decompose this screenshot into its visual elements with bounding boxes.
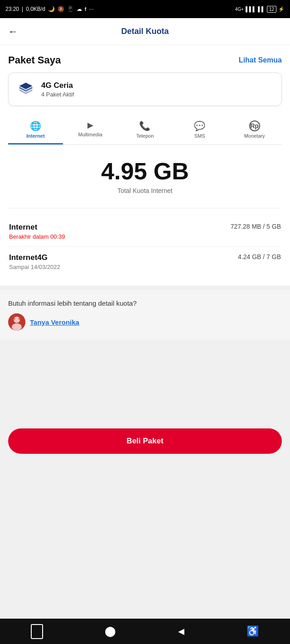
paket-saya-title: Paket Saya <box>8 54 61 66</box>
cloud-icon: ☁ <box>77 6 82 12</box>
internet-icon: 🌐 <box>30 120 41 131</box>
internet-item-2-left: Internet4G Sampai 14/03/2022 <box>9 253 60 270</box>
info-section: Butuh informasi lebih tentang detail kuo… <box>0 290 290 340</box>
paket-saya-header: Paket Saya Lihat Semua <box>8 54 282 66</box>
charging-icon: ⚡ <box>278 6 285 12</box>
nav-square-icon[interactable] <box>31 624 43 639</box>
internet-item-2-quota: 4.24 GB / 7 GB <box>238 253 281 260</box>
monetary-icon: Rp <box>249 120 260 131</box>
telepon-icon: 📞 <box>139 120 150 131</box>
status-left: 23:20 | 0,0KB/d 🌙 🔕 📱 ☁ f ··· <box>5 6 94 12</box>
internet-item-1-name: Internet <box>9 223 65 232</box>
main-content: Paket Saya Lihat Semua 4G Ceria 4 Paket … <box>0 45 290 145</box>
divider-1 <box>9 208 281 208</box>
status-right: 4G+ ▌▌▌ ▌▌ 12 ⚡ <box>235 6 285 13</box>
page-header: ← Detail Kuota <box>0 18 290 45</box>
beli-paket-container: Beli Paket <box>0 421 290 463</box>
internet-item-1: Internet Berakhir dalam 00:39 727.28 MB … <box>9 216 281 247</box>
tab-multimedia-label: Multimedia <box>78 132 102 137</box>
total-data-number: 4.95 GB <box>9 159 281 184</box>
internet-item-1-left: Internet Berakhir dalam 00:39 <box>9 223 65 240</box>
internet-item-2-row: Internet4G Sampai 14/03/2022 4.24 GB / 7… <box>9 253 281 270</box>
tanya-veronika-link[interactable]: Tanya Veronika <box>30 318 79 326</box>
paket-info: 4G Ceria 4 Paket Aktif <box>41 81 74 98</box>
tab-monetary-label: Monetary <box>244 133 265 139</box>
sms-icon: 💬 <box>194 120 205 131</box>
total-data-display: 4.95 GB Total Kuota Internet <box>9 159 281 194</box>
tab-sms-label: SMS <box>194 133 205 139</box>
paket-icon <box>17 80 35 98</box>
wifi-signal-icon: ▌▌ <box>258 6 265 12</box>
svg-point-5 <box>12 323 22 331</box>
bottom-gray-area <box>0 463 290 581</box>
internet-item-2-expiry: Sampai 14/03/2022 <box>9 264 60 270</box>
total-data-label: Total Kuota Internet <box>9 187 281 194</box>
content-area: 4.95 GB Total Kuota Internet Internet Be… <box>0 145 290 286</box>
tabs-container: 🌐 Internet ▶ Multimedia 📞 Telepon 💬 SMS … <box>8 114 282 145</box>
network-4g-icon: 4G+ <box>235 7 244 12</box>
svg-point-7 <box>18 318 20 320</box>
multimedia-icon: ▶ <box>87 120 93 130</box>
dots-icon: ··· <box>89 6 94 12</box>
battery-icon: 12 <box>267 6 276 13</box>
tanya-row: Tanya Veronika <box>8 313 282 331</box>
svg-point-4 <box>14 317 20 323</box>
tab-internet[interactable]: 🌐 Internet <box>8 118 63 144</box>
tab-multimedia[interactable]: ▶ Multimedia <box>63 118 118 144</box>
internet-item-1-row: Internet Berakhir dalam 00:39 727.28 MB … <box>9 223 281 240</box>
gray-spacer <box>0 340 290 421</box>
moon-icon: 🌙 <box>48 6 55 12</box>
internet-item-1-quota: 727.28 MB / 5 GB <box>231 223 281 230</box>
nav-back-icon[interactable]: ◀ <box>178 626 184 636</box>
internet-item-2: Internet4G Sampai 14/03/2022 4.24 GB / 7… <box>9 247 281 277</box>
facebook-icon: f <box>85 6 87 12</box>
page-title: Detail Kuota <box>121 27 169 36</box>
beli-paket-button[interactable]: Beli Paket <box>8 428 282 454</box>
status-data: | <box>22 6 23 12</box>
paket-name: 4G Ceria <box>41 81 74 90</box>
info-text: Butuh informasi lebih tentang detail kuo… <box>8 299 282 307</box>
internet-item-2-name: Internet4G <box>9 253 60 262</box>
whatsapp-icon: 📱 <box>67 6 74 12</box>
tab-internet-label: Internet <box>26 133 44 139</box>
android-nav-bar: ⬤ ◀ ♿ <box>0 619 290 644</box>
internet-item-1-expiry: Berakhir dalam 00:39 <box>9 233 65 240</box>
nav-accessibility-icon[interactable]: ♿ <box>246 625 259 637</box>
lihat-semua-button[interactable]: Lihat Semua <box>239 56 282 64</box>
paket-sub: 4 Paket Aktif <box>41 91 74 98</box>
status-bar: 23:20 | 0,0KB/d 🌙 🔕 📱 ☁ f ··· 4G+ ▌▌▌ ▌▌… <box>0 0 290 18</box>
back-button[interactable]: ← <box>8 26 18 38</box>
tab-sms[interactable]: 💬 SMS <box>172 118 227 144</box>
paket-card[interactable]: 4G Ceria 4 Paket Aktif <box>8 72 282 106</box>
bell-off-icon: 🔕 <box>58 6 64 12</box>
signal-icon: ▌▌▌ <box>246 6 256 12</box>
avatar <box>8 313 25 331</box>
nav-home-icon[interactable]: ⬤ <box>105 625 116 637</box>
tabs: 🌐 Internet ▶ Multimedia 📞 Telepon 💬 SMS … <box>8 114 282 144</box>
svg-point-6 <box>14 318 15 320</box>
tab-telepon-label: Telepon <box>136 133 154 139</box>
status-data-speed: 0,0KB/d <box>26 6 45 12</box>
tab-monetary[interactable]: Rp Monetary <box>227 118 282 144</box>
tab-telepon[interactable]: 📞 Telepon <box>118 118 173 144</box>
status-time: 23:20 <box>5 6 19 12</box>
